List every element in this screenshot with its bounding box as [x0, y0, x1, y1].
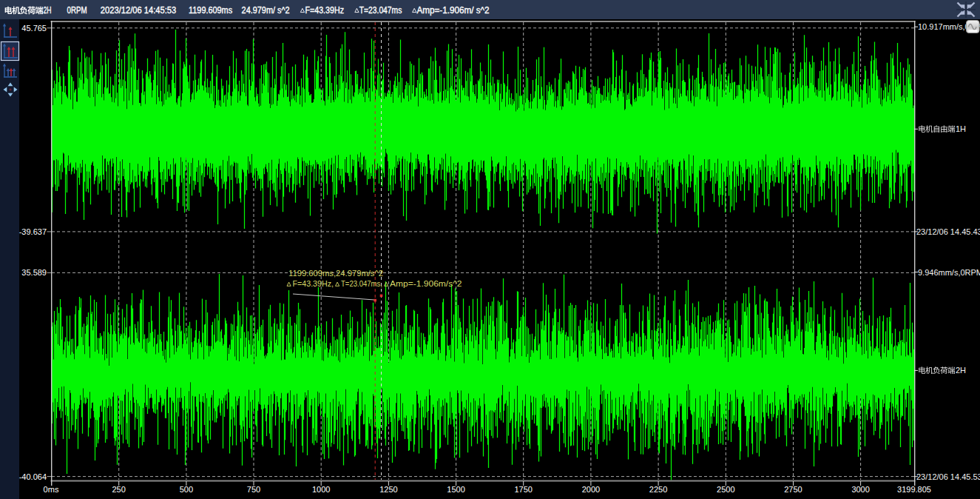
- svg-text:Amp=-1.906m/s^2: Amp=-1.906m/s^2: [390, 279, 462, 288]
- svg-text:1199.609ms: 1199.609ms: [189, 5, 232, 16]
- svg-text:1250: 1250: [379, 485, 397, 494]
- svg-text:3000: 3000: [851, 485, 869, 494]
- svg-text:3199.805: 3199.805: [897, 485, 931, 494]
- svg-text:2H: 2H: [956, 366, 966, 375]
- svg-text:23/12/06 14.45.43: 23/12/06 14.45.43: [916, 227, 980, 236]
- svg-text:1199.609ms,24.979m/s^2: 1199.609ms,24.979m/s^2: [288, 269, 383, 278]
- svg-text:F=43.39Hz,: F=43.39Hz,: [293, 279, 334, 288]
- svg-text:2500: 2500: [717, 485, 734, 494]
- svg-text:24.979m/ s^2: 24.979m/ s^2: [242, 5, 290, 16]
- svg-text:Amp=-1.906m/ s^2: Amp=-1.906m/ s^2: [417, 5, 490, 16]
- svg-text:2H: 2H: [43, 5, 51, 16]
- svg-text:0ms: 0ms: [44, 485, 59, 494]
- svg-text:2000: 2000: [582, 485, 600, 494]
- svg-text:35.589: 35.589: [21, 268, 47, 277]
- svg-text:1750: 1750: [514, 485, 532, 494]
- svg-text:500: 500: [180, 485, 193, 494]
- svg-text:-40.064: -40.064: [19, 472, 47, 481]
- svg-text:250: 250: [112, 485, 125, 494]
- svg-text:T=23.047ms: T=23.047ms: [359, 5, 402, 16]
- svg-text:0RPM: 0RPM: [67, 5, 87, 16]
- svg-text:1000: 1000: [312, 485, 330, 494]
- svg-text:F=43.39Hz: F=43.39Hz: [305, 5, 345, 16]
- svg-text:45.765: 45.765: [21, 24, 47, 33]
- svg-text:23/12/06 14.45.53: 23/12/06 14.45.53: [916, 472, 980, 481]
- svg-text:2250: 2250: [649, 485, 667, 494]
- svg-text:1500: 1500: [447, 485, 464, 494]
- svg-text:-39.637: -39.637: [19, 227, 47, 236]
- svg-text:2023/12/06 14:45:53: 2023/12/06 14:45:53: [101, 5, 177, 16]
- svg-text:1H: 1H: [956, 124, 966, 133]
- svg-text:T=23.047ms,: T=23.047ms,: [341, 279, 382, 288]
- svg-text:2750: 2750: [784, 485, 802, 494]
- svg-text:750: 750: [247, 485, 260, 494]
- svg-text:9.946mm/s,0RPM: 9.946mm/s,0RPM: [918, 268, 980, 277]
